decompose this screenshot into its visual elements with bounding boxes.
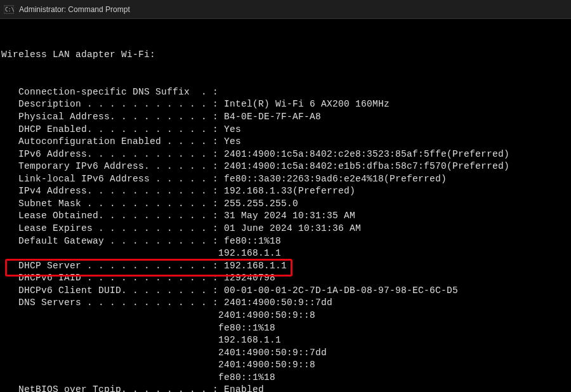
output-line: 192.168.1.1: [0, 334, 571, 347]
output-line: IPv6 Address. . . . . . . . . . . : 2401…: [0, 148, 571, 161]
output-line: DHCPv6 IAID . . . . . . . . . . . : 1292…: [0, 272, 571, 285]
output-line: Description . . . . . . . . . . . : Inte…: [0, 98, 571, 111]
output-line: Link-local IPv6 Address . . . . . : fe80…: [0, 173, 571, 186]
output-line: DHCP Enabled. . . . . . . . . . . : Yes: [0, 124, 571, 136]
cmd-icon: C:\: [4, 4, 14, 15]
output-line: 2401:4900:50:9::8: [0, 310, 571, 322]
output-line: Lease Expires . . . . . . . . . . : 01 J…: [0, 223, 571, 235]
output-line: 192.168.1.1: [0, 247, 571, 260]
output-line: Connection-specific DNS Suffix . :: [0, 86, 571, 99]
output-line: Temporary IPv6 Address. . . . . . : 2401…: [0, 160, 571, 173]
output-line: 2401:4900:50:9::8: [0, 359, 571, 372]
output-line: 2401:4900:50:9::7dd: [0, 347, 571, 360]
output-line: DHCP Server . . . . . . . . . . . : 192.…: [0, 260, 571, 273]
output-line: fe80::1%18: [0, 372, 571, 384]
svg-text:C:\: C:\: [5, 7, 14, 13]
output-line: Physical Address. . . . . . . . . : B4-0…: [0, 111, 571, 124]
adapter-header: Wireless LAN adapter Wi-Fi:: [0, 49, 571, 62]
output-line: Subnet Mask . . . . . . . . . . . : 255.…: [0, 198, 571, 211]
output-line: Default Gateway . . . . . . . . . : fe80…: [0, 235, 571, 248]
output-line: DNS Servers . . . . . . . . . . . : 2401…: [0, 297, 571, 310]
output-line: fe80::1%18: [0, 322, 571, 335]
output-line: Lease Obtained. . . . . . . . . . : 31 M…: [0, 210, 571, 223]
window-titlebar: C:\ Administrator: Command Prompt: [0, 0, 571, 19]
terminal-output: Wireless LAN adapter Wi-Fi: Connection-s…: [0, 19, 571, 392]
window-title: Administrator: Command Prompt: [19, 5, 130, 14]
output-line: IPv4 Address. . . . . . . . . . . : 192.…: [0, 185, 571, 198]
output-line: DHCPv6 Client DUID. . . . . . . . : 00-0…: [0, 285, 571, 297]
output-line: Autoconfiguration Enabled . . . . : Yes: [0, 136, 571, 148]
output-line: NetBIOS over Tcpip. . . . . . . . : Enab…: [0, 384, 571, 392]
